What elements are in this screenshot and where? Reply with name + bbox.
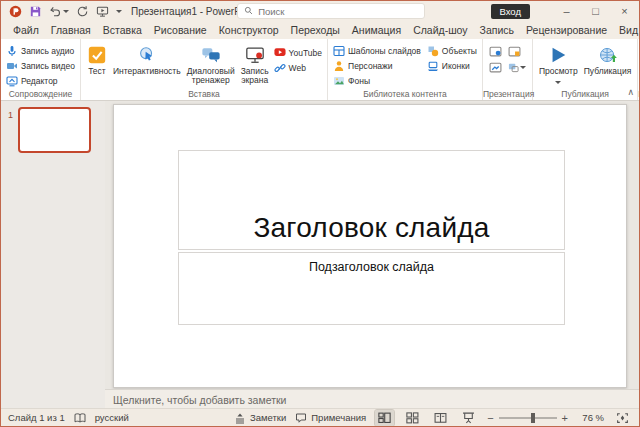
group-insert: Тест Интерактивность Диалоговый тренажер…: [81, 39, 328, 100]
search-icon: [244, 6, 253, 16]
tab-transitions[interactable]: Переходы: [285, 23, 346, 37]
quiz-icon: [87, 45, 107, 65]
titlebar-controls: Вход – □ ×: [491, 1, 640, 21]
customize-qat-icon[interactable]: [116, 10, 122, 16]
youtube-icon: [274, 47, 286, 59]
player-templates-button[interactable]: [508, 60, 526, 75]
notes-panel-icon: [234, 412, 246, 424]
tab-animations[interactable]: Анимация: [346, 23, 407, 37]
spellcheck-button[interactable]: [74, 412, 86, 424]
record-audio-button[interactable]: Запись аудио: [4, 43, 77, 58]
preview-button[interactable]: Просмотр: [536, 43, 581, 89]
web-link-icon: [274, 62, 286, 74]
editor-button[interactable]: Редактор: [4, 73, 77, 88]
dropdown-icon: [520, 66, 526, 72]
slide-templates-button[interactable]: Шаблоны слайдов: [331, 43, 423, 58]
maximize-button[interactable]: □: [581, 1, 610, 21]
close-button[interactable]: ×: [610, 1, 639, 21]
slide-sorter-view-button[interactable]: [403, 410, 422, 426]
zoom-slider-thumb[interactable]: [531, 413, 535, 423]
web-button[interactable]: Web: [272, 60, 324, 75]
group-label: Сопровождение: [1, 89, 80, 99]
tab-slideshow[interactable]: Слайд-шоу: [407, 23, 473, 37]
slide-thumbnail[interactable]: [18, 107, 91, 153]
search-input[interactable]: [258, 6, 418, 17]
language-indicator[interactable]: русский: [95, 412, 129, 423]
slide-properties-button[interactable]: [508, 44, 526, 59]
group-label: Информация: [638, 89, 639, 99]
sign-in-button[interactable]: Вход: [491, 4, 531, 19]
zoom-in-button[interactable]: +: [562, 412, 568, 424]
powerpoint-logo-icon[interactable]: [9, 5, 22, 18]
preview-play-icon: [548, 45, 568, 65]
comment-bubble-icon: [295, 412, 307, 424]
tab-review[interactable]: Рецензирование: [520, 23, 613, 37]
tab-design[interactable]: Конструктор: [213, 23, 285, 37]
group-label: Вставка: [81, 89, 327, 99]
slideshow-view-button[interactable]: [459, 410, 478, 426]
quick-access-toolbar: [5, 5, 122, 18]
tab-view[interactable]: Вид: [613, 23, 640, 37]
screen-recording-button[interactable]: Запись экрана: [238, 43, 272, 88]
slide-templates-icon: [333, 45, 345, 57]
publish-button[interactable]: Публикация: [581, 43, 635, 78]
search-box[interactable]: [237, 3, 425, 19]
normal-view-button[interactable]: [375, 410, 394, 426]
characters-button[interactable]: Персонажи: [331, 58, 423, 73]
objects-icon: [427, 45, 439, 57]
status-bar: Слайд 1 из 1 русский Заметки Примечания: [1, 408, 639, 426]
reading-view-button[interactable]: [431, 410, 450, 426]
slide-title-text: Заголовок слайда: [253, 212, 489, 244]
presentation-properties-button[interactable]: [489, 44, 507, 59]
undo-icon[interactable]: [49, 5, 62, 18]
tab-record[interactable]: Запись: [474, 23, 520, 37]
tab-file[interactable]: Файл: [7, 23, 45, 37]
redo-icon[interactable]: [76, 5, 89, 18]
subtitle-placeholder[interactable]: Подзаголовок слайда: [178, 252, 565, 325]
notes-toggle[interactable]: Заметки: [234, 412, 286, 424]
interactivity-button[interactable]: Интерактивность: [110, 43, 184, 78]
editor-icon: [6, 75, 18, 87]
backgrounds-icon: [333, 75, 345, 87]
powerpoint-window: { "titlebar": { "title": "Презентация1 -…: [0, 0, 640, 427]
start-slideshow-icon[interactable]: [96, 5, 109, 18]
screen-recording-icon: [245, 45, 265, 65]
slide-counter: Слайд 1 из 1: [8, 412, 65, 423]
slide-canvas[interactable]: Заголовок слайда Подзаголовок слайда: [113, 104, 627, 388]
icons-button[interactable]: Иконки: [425, 58, 479, 73]
slide-subtitle-text: Подзаголовок слайда: [309, 260, 434, 274]
title-placeholder[interactable]: Заголовок слайда: [178, 150, 565, 250]
tab-home[interactable]: Главная: [45, 23, 97, 37]
notes-area[interactable]: Щелкните, чтобы добавить заметки: [105, 389, 639, 410]
book-icon: [74, 412, 86, 424]
save-icon[interactable]: [29, 5, 42, 18]
tab-draw[interactable]: Рисование: [148, 23, 213, 37]
tab-insert[interactable]: Вставка: [97, 23, 148, 37]
undo-dropdown-icon[interactable]: [63, 10, 69, 16]
zoom-out-button[interactable]: −: [487, 412, 493, 424]
objects-button[interactable]: Объекты: [425, 43, 479, 58]
characters-icon: [333, 60, 345, 72]
zoom-level[interactable]: 76 %: [577, 412, 604, 423]
group-accompaniment: Запись аудио Запись видео Редактор Сопро…: [1, 39, 81, 100]
zoom-slider[interactable]: [499, 417, 557, 419]
presentation-resources-button[interactable]: [489, 60, 507, 75]
dialog-sim-button[interactable]: Диалоговый тренажер: [184, 43, 238, 88]
notes-placeholder-text: Щелкните, чтобы добавить заметки: [113, 394, 286, 406]
group-presentation: Презентация: [483, 39, 533, 100]
comments-toggle[interactable]: Примечания: [295, 412, 366, 424]
quiz-button[interactable]: Тест: [84, 43, 110, 78]
record-video-button[interactable]: Запись видео: [4, 58, 77, 73]
title-bar: Презентация1 - PowerPoint Preview Вход –…: [1, 1, 639, 21]
group-publication: Просмотр Публикация Публикация: [533, 39, 638, 100]
youtube-button[interactable]: YouTube: [272, 45, 324, 60]
fit-slide-button[interactable]: [613, 410, 632, 426]
interactivity-icon: [137, 45, 157, 65]
minimize-button[interactable]: –: [552, 1, 581, 21]
workspace: 1 Заголовок слайда Подзаголовок слайда Щ…: [1, 101, 639, 410]
microphone-icon: [6, 45, 18, 57]
publish-globe-icon: [598, 45, 618, 65]
collapse-ribbon-button[interactable]: ∧: [627, 87, 634, 97]
backgrounds-button[interactable]: Фоны: [331, 73, 423, 88]
group-label: Библиотека контента: [328, 89, 482, 99]
